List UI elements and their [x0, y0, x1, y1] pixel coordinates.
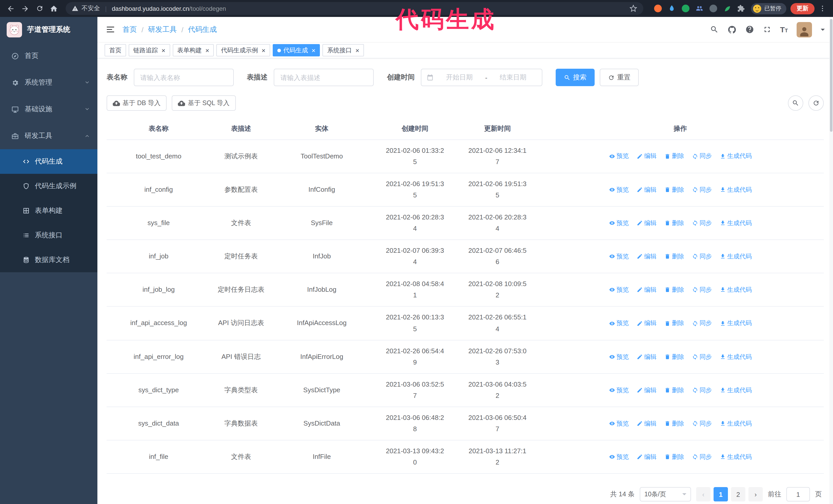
- row-action-preview[interactable]: 预览: [609, 151, 629, 162]
- row-action-edit[interactable]: 编辑: [636, 251, 657, 262]
- close-tab-icon[interactable]: ×: [205, 47, 209, 54]
- row-action-generate[interactable]: 生成代码: [719, 318, 752, 329]
- row-action-delete[interactable]: 删除: [664, 285, 684, 295]
- row-action-generate[interactable]: 生成代码: [719, 285, 752, 295]
- reset-button[interactable]: 重置: [600, 69, 639, 86]
- sidebar-item-infra[interactable]: 基础设施: [0, 96, 97, 123]
- row-action-delete[interactable]: 删除: [664, 452, 684, 462]
- row-action-delete[interactable]: 删除: [664, 251, 684, 262]
- row-action-preview[interactable]: 预览: [609, 285, 629, 295]
- help-icon[interactable]: [745, 25, 754, 34]
- toggle-search-button[interactable]: [788, 95, 803, 111]
- row-action-edit[interactable]: 编辑: [636, 218, 657, 229]
- green-extension-icon[interactable]: [681, 4, 689, 13]
- sidebar-subitem-db-doc[interactable]: 数据库文档: [0, 248, 97, 272]
- tab-codegen[interactable]: 代码生成×: [273, 44, 320, 56]
- sidebar-subitem-form-builder[interactable]: 表单构建: [0, 198, 97, 223]
- prev-page-button[interactable]: ‹: [696, 487, 711, 502]
- font-size-icon[interactable]: TT: [780, 26, 788, 33]
- leaf-extension-icon[interactable]: [723, 4, 731, 13]
- breadcrumb-item[interactable]: 代码生成: [188, 25, 217, 34]
- row-action-preview[interactable]: 预览: [609, 385, 629, 395]
- browser-reload-button[interactable]: [33, 2, 46, 15]
- row-action-edit[interactable]: 编辑: [636, 318, 657, 329]
- search-icon[interactable]: [710, 25, 718, 34]
- table-name-input[interactable]: [134, 69, 234, 86]
- row-action-preview[interactable]: 预览: [609, 218, 629, 229]
- row-action-sync[interactable]: 同步: [692, 285, 712, 295]
- collapse-sidebar-icon[interactable]: [105, 25, 115, 34]
- row-action-delete[interactable]: 删除: [664, 385, 684, 395]
- scrollbar-thumb[interactable]: [830, 19, 832, 132]
- row-action-delete[interactable]: 删除: [664, 418, 684, 429]
- browser-menu-icon[interactable]: [815, 2, 829, 15]
- row-action-sync[interactable]: 同步: [692, 151, 712, 162]
- breadcrumb-item[interactable]: 首页: [122, 25, 137, 34]
- row-action-generate[interactable]: 生成代码: [719, 418, 752, 429]
- browser-forward-button[interactable]: [19, 2, 32, 15]
- row-action-sync[interactable]: 同步: [692, 452, 712, 462]
- avatar-caret-icon[interactable]: [821, 28, 825, 32]
- row-action-generate[interactable]: 生成代码: [719, 184, 752, 195]
- row-action-delete[interactable]: 删除: [664, 218, 684, 229]
- row-action-preview[interactable]: 预览: [609, 184, 629, 195]
- create-time-range-picker[interactable]: 开始日期 - 结束日期: [421, 69, 542, 86]
- row-action-generate[interactable]: 生成代码: [719, 352, 752, 362]
- row-action-preview[interactable]: 预览: [609, 251, 629, 262]
- row-action-edit[interactable]: 编辑: [636, 151, 657, 162]
- sidebar-item-home[interactable]: 首页: [0, 43, 97, 69]
- sidebar-item-system[interactable]: 系统管理: [0, 69, 97, 96]
- search-button[interactable]: 搜索: [556, 69, 595, 86]
- row-action-edit[interactable]: 编辑: [636, 418, 657, 429]
- row-action-generate[interactable]: 生成代码: [719, 251, 752, 262]
- browser-update-button[interactable]: 更新: [790, 3, 814, 14]
- row-action-sync[interactable]: 同步: [692, 418, 712, 429]
- firefox-extension-icon[interactable]: [653, 4, 662, 13]
- translate-extension-icon[interactable]: [709, 4, 717, 13]
- droplet-extension-icon[interactable]: [667, 4, 675, 13]
- page-size-select[interactable]: 10条/页: [640, 487, 691, 502]
- tab-api[interactable]: 系统接口×: [323, 44, 364, 56]
- fullscreen-icon[interactable]: [763, 25, 771, 34]
- page-button-1[interactable]: 1: [714, 487, 728, 502]
- row-action-sync[interactable]: 同步: [692, 218, 712, 229]
- row-action-delete[interactable]: 删除: [664, 318, 684, 329]
- import-sql-button[interactable]: 基于 SQL 导入: [172, 95, 236, 111]
- row-action-delete[interactable]: 删除: [664, 184, 684, 195]
- row-action-generate[interactable]: 生成代码: [719, 452, 752, 462]
- row-action-edit[interactable]: 编辑: [636, 184, 657, 195]
- close-tab-icon[interactable]: ×: [162, 47, 165, 54]
- browser-back-button[interactable]: [4, 2, 18, 15]
- import-db-button[interactable]: 基于 DB 导入: [106, 95, 167, 111]
- sidebar-subitem-codegen[interactable]: 代码生成: [0, 149, 97, 174]
- sidebar-subitem-api[interactable]: 系统接口: [0, 223, 97, 248]
- user-avatar[interactable]: [796, 22, 812, 37]
- contacts-extension-icon[interactable]: [695, 4, 703, 13]
- close-tab-icon[interactable]: ×: [356, 47, 359, 54]
- row-action-generate[interactable]: 生成代码: [719, 385, 752, 395]
- tab-form-builder[interactable]: 表单构建×: [172, 44, 214, 56]
- goto-page-input[interactable]: [786, 487, 810, 502]
- row-action-preview[interactable]: 预览: [609, 352, 629, 362]
- close-tab-icon[interactable]: ×: [312, 47, 315, 54]
- tab-tracing[interactable]: 链路追踪×: [129, 44, 170, 56]
- tab-codegen-example[interactable]: 代码生成示例×: [216, 44, 270, 56]
- row-action-sync[interactable]: 同步: [692, 318, 712, 329]
- row-action-generate[interactable]: 生成代码: [719, 218, 752, 229]
- close-tab-icon[interactable]: ×: [261, 47, 265, 54]
- puzzle-extension-icon[interactable]: [737, 4, 745, 13]
- row-action-delete[interactable]: 删除: [664, 151, 684, 162]
- tab-home[interactable]: 首页: [104, 44, 126, 56]
- page-button-2[interactable]: 2: [731, 487, 745, 502]
- row-action-edit[interactable]: 编辑: [636, 285, 657, 295]
- address-bar[interactable]: 不安全 | dashboard.yudao.iocoder.cn/tool/co…: [66, 2, 643, 15]
- sidebar-subitem-codegen-example[interactable]: 代码生成示例: [0, 174, 97, 198]
- sidebar-item-devtools[interactable]: 研发工具: [0, 123, 97, 149]
- scrollbar[interactable]: [829, 17, 833, 504]
- row-action-edit[interactable]: 编辑: [636, 385, 657, 395]
- row-action-sync[interactable]: 同步: [692, 251, 712, 262]
- breadcrumb-item[interactable]: 研发工具: [148, 25, 177, 34]
- table-desc-input[interactable]: [274, 69, 374, 86]
- row-action-sync[interactable]: 同步: [692, 352, 712, 362]
- row-action-preview[interactable]: 预览: [609, 418, 629, 429]
